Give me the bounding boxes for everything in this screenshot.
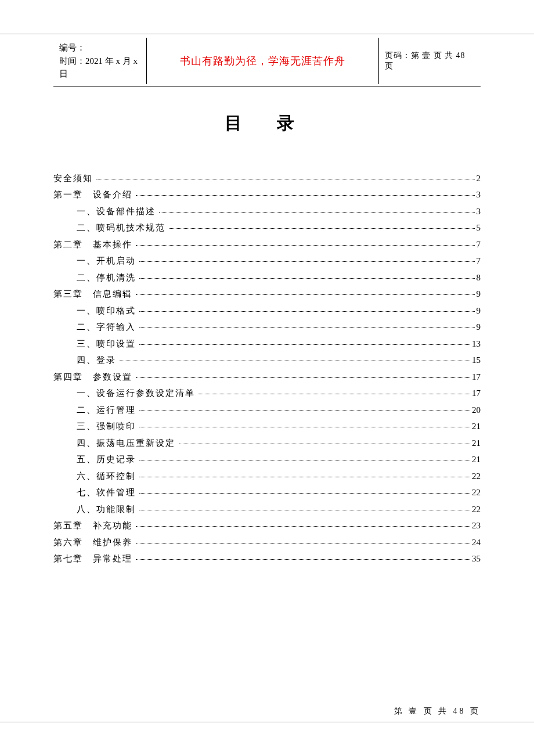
toc-entry-label: 一、设备运行参数设定清单 xyxy=(53,385,195,402)
header-page-label: 页码：第 壹 页 共 48 页 xyxy=(378,38,481,84)
toc-entry-label: 三、喷印设置 xyxy=(53,336,136,352)
toc-leader-dots xyxy=(96,179,475,179)
toc-entry: 第四章 参数设置17 xyxy=(53,369,481,386)
toc-entry: 三、强制喷印21 xyxy=(53,418,481,435)
toc-entry-page: 17 xyxy=(472,369,481,386)
toc-leader-dots xyxy=(169,228,475,229)
toc-entry-label: 四、振荡电压重新设定 xyxy=(53,435,175,452)
toc-entry-label: 七、软件管理 xyxy=(53,484,136,501)
toc-entry-page: 2 xyxy=(477,170,481,187)
toc-leader-dots xyxy=(139,427,470,427)
toc-entry: 四、登录15 xyxy=(53,352,481,369)
toc-entry-label: 二、停机清洗 xyxy=(53,269,136,286)
toc-leader-dots xyxy=(136,543,470,543)
toc-entry: 六、循环控制22 xyxy=(53,468,481,485)
toc-entry: 二、喷码机技术规范5 xyxy=(53,219,481,236)
toc-entry-label: 二、运行管理 xyxy=(53,402,136,419)
page-footer: 第 壹 页 共 48 页 xyxy=(394,706,481,717)
toc-entry-page: 21 xyxy=(472,418,481,435)
toc-leader-dots xyxy=(136,195,475,196)
toc-entry-label: 一、设备部件描述 xyxy=(53,203,156,220)
toc-entry: 三、喷印设置13 xyxy=(53,336,481,352)
toc-entry-page: 24 xyxy=(472,534,481,551)
toc-leader-dots xyxy=(139,344,470,345)
toc-entry-label: 一、开机启动 xyxy=(53,253,136,269)
toc-entry: 第六章 维护保养24 xyxy=(53,534,481,551)
toc-leader-dots xyxy=(136,526,470,527)
toc-entry-page: 22 xyxy=(472,501,481,518)
toc-entry-label: 第五章 补充功能 xyxy=(53,517,132,534)
toc-entry-page: 20 xyxy=(472,402,481,419)
toc-entry: 二、运行管理20 xyxy=(53,402,481,419)
toc-entry-page: 22 xyxy=(472,484,481,501)
header-bottom-rule xyxy=(53,87,481,87)
toc-leader-dots xyxy=(120,361,470,361)
toc-entry: 第二章 基本操作7 xyxy=(53,236,481,253)
toc-leader-dots xyxy=(139,493,470,494)
toc-entry: 二、字符输入9 xyxy=(53,319,481,336)
toc-entry-label: 二、喷码机技术规范 xyxy=(53,219,165,236)
toc-entry-page: 21 xyxy=(472,435,481,452)
toc-entry-page: 22 xyxy=(472,468,481,485)
toc-entry: 七、软件管理22 xyxy=(53,484,481,501)
toc-entry-label: 安全须知 xyxy=(53,170,93,187)
header-motto: 书山有路勤为径，学海无涯苦作舟 xyxy=(146,38,378,84)
page-top-rule xyxy=(0,34,534,34)
toc-leader-dots xyxy=(136,245,475,246)
toc-entry-page: 13 xyxy=(472,336,481,352)
toc-leader-dots xyxy=(136,377,470,378)
toc-leader-dots xyxy=(179,444,470,444)
toc-entry: 二、停机清洗8 xyxy=(53,269,481,286)
toc-entry-label: 二、字符输入 xyxy=(53,319,136,336)
toc-leader-dots xyxy=(139,460,470,460)
toc-entry-label: 第七章 异常处理 xyxy=(53,550,132,567)
toc-entry-label: 一、喷印格式 xyxy=(53,303,136,319)
toc-entry-page: 3 xyxy=(477,203,481,220)
toc-entry: 第七章 异常处理35 xyxy=(53,550,481,567)
toc-entry-label: 第二章 基本操作 xyxy=(53,236,132,253)
toc-entry: 第一章 设备介绍3 xyxy=(53,186,481,203)
toc-entry-label: 第一章 设备介绍 xyxy=(53,186,132,203)
toc-entry: 五、历史记录21 xyxy=(53,451,481,468)
toc-leader-dots xyxy=(136,294,475,295)
toc-entry: 第三章 信息编辑9 xyxy=(53,286,481,303)
toc-entry-page: 9 xyxy=(477,286,481,303)
table-of-contents: 安全须知2第一章 设备介绍3一、设备部件描述3二、喷码机技术规范5第二章 基本操… xyxy=(53,170,481,567)
toc-entry: 一、喷印格式9 xyxy=(53,303,481,319)
toc-leader-dots xyxy=(136,559,470,560)
doc-id-label: 编号： xyxy=(59,41,140,55)
toc-entry-page: 5 xyxy=(477,219,481,236)
toc-entry: 一、设备运行参数设定清单17 xyxy=(53,385,481,402)
toc-entry-page: 3 xyxy=(477,186,481,203)
toc-entry-label: 八、功能限制 xyxy=(53,501,136,518)
toc-entry-page: 15 xyxy=(472,352,481,369)
toc-entry: 第五章 补充功能23 xyxy=(53,517,481,534)
toc-leader-dots xyxy=(159,212,475,213)
toc-leader-dots xyxy=(139,261,475,262)
page-bottom-rule xyxy=(0,722,534,722)
toc-leader-dots xyxy=(139,278,475,279)
toc-leader-dots xyxy=(139,311,475,312)
toc-entry-label: 第三章 信息编辑 xyxy=(53,286,132,303)
toc-leader-dots xyxy=(139,327,475,328)
toc-entry: 八、功能限制22 xyxy=(53,501,481,518)
toc-entry: 一、开机启动7 xyxy=(53,253,481,269)
toc-entry-page: 7 xyxy=(477,253,481,269)
toc-leader-dots xyxy=(139,411,470,411)
toc-entry-page: 35 xyxy=(472,550,481,567)
toc-entry-page: 9 xyxy=(477,303,481,319)
toc-entry-page: 23 xyxy=(472,517,481,534)
toc-leader-dots xyxy=(199,394,470,394)
toc-entry-label: 第四章 参数设置 xyxy=(53,369,132,386)
toc-leader-dots xyxy=(139,477,470,477)
toc-entry-label: 六、循环控制 xyxy=(53,468,136,485)
toc-entry-page: 9 xyxy=(477,319,481,336)
toc-entry-page: 8 xyxy=(477,269,481,286)
toc-leader-dots xyxy=(139,510,470,510)
toc-entry: 四、振荡电压重新设定21 xyxy=(53,435,481,452)
toc-entry: 一、设备部件描述3 xyxy=(53,203,481,220)
toc-entry: 安全须知2 xyxy=(53,170,481,187)
doc-time-label: 时间：2021 年 x 月 x 日 xyxy=(59,55,140,81)
toc-entry-label: 第六章 维护保养 xyxy=(53,534,132,551)
toc-entry-page: 21 xyxy=(472,451,481,468)
